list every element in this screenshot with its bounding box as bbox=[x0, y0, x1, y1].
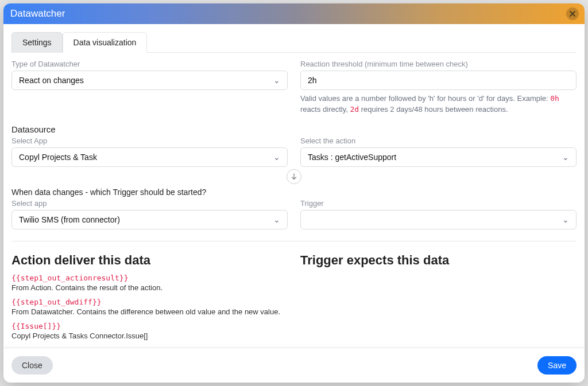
reaction-threshold-input[interactable]: 2h bbox=[300, 71, 577, 90]
action-data-desc: From Action. Contains the result of the … bbox=[11, 283, 288, 292]
datasource-app-value: Copyl Projects & Task bbox=[19, 153, 97, 162]
threshold-label: Reaction threshold (minimum time between… bbox=[300, 60, 577, 68]
action-data-token: {{Issue[]}} bbox=[11, 322, 288, 330]
tab-data-visualization[interactable]: Data visualization bbox=[63, 32, 148, 53]
datasource-app-select[interactable]: Copyl Projects & Task ⌄ bbox=[11, 147, 288, 167]
action-data-item: {{step1_out_actionresult}} From Action. … bbox=[11, 274, 288, 292]
action-data-desc: From Datawatcher. Contains the differenc… bbox=[11, 307, 288, 316]
chevron-down-icon: ⌄ bbox=[273, 76, 280, 85]
threshold-value: 2h bbox=[308, 76, 317, 85]
threshold-help-text: Valid values are a number followed by 'h… bbox=[300, 93, 577, 115]
datasource-heading: Datasource bbox=[11, 124, 577, 134]
type-label: Type of Datawatcher bbox=[11, 60, 288, 68]
modal-title: Datawatcher bbox=[10, 8, 65, 20]
divider bbox=[11, 241, 577, 241]
modal-header: Datawatcher bbox=[3, 3, 585, 24]
action-data-token: {{step1_out_actionresult}} bbox=[11, 274, 288, 282]
select-action-label: Select the action bbox=[300, 137, 577, 145]
close-button[interactable]: Close bbox=[11, 356, 53, 375]
action-deliver-heading: Action deliver this data bbox=[11, 253, 288, 268]
flow-arrow bbox=[11, 169, 577, 184]
tab-settings[interactable]: Settings bbox=[11, 32, 63, 53]
trigger-expects-heading: Trigger expects this data bbox=[300, 253, 577, 268]
datasource-action-value: Tasks : getActiveSupport bbox=[308, 153, 396, 162]
select-app-label: Select App bbox=[11, 137, 288, 145]
chevron-down-icon: ⌄ bbox=[562, 153, 569, 162]
trigger-app-value: Twilio SMS (from connector) bbox=[19, 215, 120, 224]
when-data-changes-text: When data changes - which Trigger should… bbox=[11, 188, 577, 197]
tab-bar: Settings Data visualization bbox=[11, 32, 577, 53]
trigger-app-label: Select app bbox=[11, 199, 288, 208]
action-data-item: {{step1_out_dwdiff}} From Datawatcher. C… bbox=[11, 298, 288, 316]
chevron-down-icon: ⌄ bbox=[273, 153, 280, 162]
arrow-down-icon bbox=[287, 169, 301, 184]
action-data-desc: Copyl Projects & Tasks Connector.Issue[] bbox=[11, 332, 288, 340]
datawatcher-modal: Datawatcher Settings Data visualization … bbox=[3, 3, 585, 383]
save-button[interactable]: Save bbox=[537, 356, 577, 375]
datasource-action-select[interactable]: Tasks : getActiveSupport ⌄ bbox=[300, 147, 577, 167]
type-value: React on changes bbox=[19, 76, 84, 85]
chevron-down-icon: ⌄ bbox=[562, 215, 569, 224]
trigger-label: Trigger bbox=[300, 199, 577, 208]
modal-footer: Close Save bbox=[3, 348, 585, 383]
type-of-datawatcher-select[interactable]: React on changes ⌄ bbox=[11, 71, 288, 90]
trigger-app-select[interactable]: Twilio SMS (from connector) ⌄ bbox=[11, 210, 288, 229]
trigger-select[interactable]: ⌄ bbox=[300, 210, 577, 229]
close-icon[interactable] bbox=[566, 7, 579, 20]
action-data-token: {{step1_out_dwdiff}} bbox=[11, 298, 288, 306]
action-data-item: {{Issue[]}} Copyl Projects & Tasks Conne… bbox=[11, 322, 288, 340]
chevron-down-icon: ⌄ bbox=[273, 215, 280, 224]
